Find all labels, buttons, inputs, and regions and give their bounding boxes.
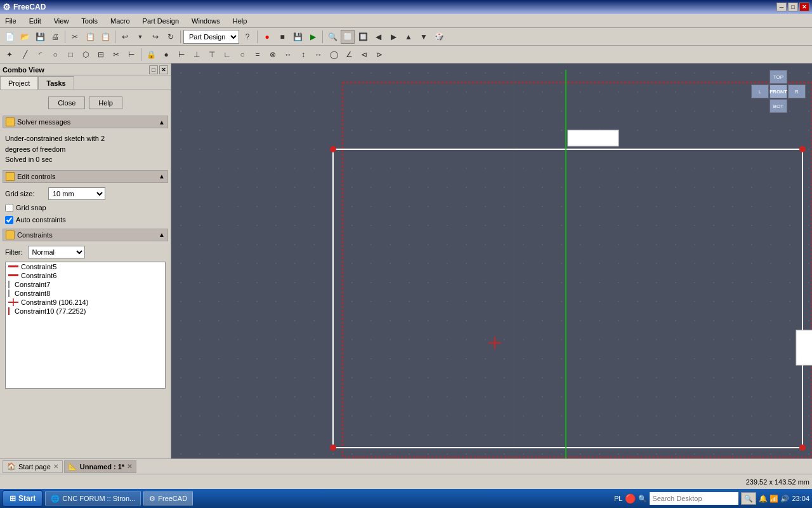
view-3d-button[interactable]: 🎲 [432,30,446,44]
taskbar-freecad[interactable]: ⚙ FreeCAD [143,491,193,505]
record-macro-button[interactable]: ● [260,30,274,44]
combo-float-button[interactable]: □ [149,65,158,74]
close-sketch-button[interactable]: Close [48,97,85,109]
menu-edit[interactable]: Edit [27,16,44,26]
search-input[interactable] [650,492,738,505]
constraint-item-5[interactable]: Constraint5 [6,262,165,271]
fit-all-button[interactable]: 🔍 [325,30,339,44]
fix-external[interactable]: ⊲ [357,48,371,62]
view-back-button[interactable]: 🔲 [356,30,370,44]
slot-tool[interactable]: ⊟ [94,48,108,62]
search-button[interactable]: 🔍 [741,492,756,505]
constrain-lock[interactable]: 🔒 [144,48,158,62]
view-left-button[interactable]: ◀ [371,30,385,44]
constraint-item-10[interactable]: Constraint10 (77.2252) [6,307,165,316]
canvas-area[interactable]: TOP L FRONT R BOT [171,64,812,458]
undo-button[interactable]: ↩ [118,30,132,44]
constrain-h-distance[interactable]: ↕ [296,48,310,62]
print-button[interactable]: 🖨 [48,30,62,44]
start-button[interactable]: ⊞ Start [3,490,43,507]
workbench-selector[interactable]: Part Design Sketcher [183,30,239,44]
constrain-horizontal[interactable]: ⊢ [174,48,188,62]
view-top-button[interactable]: ▲ [402,30,416,44]
view-front-button[interactable]: ⬜ [341,30,355,44]
constrain-parallel[interactable]: ⊤ [205,48,219,62]
constrain-vertical[interactable]: ⊥ [190,48,204,62]
extend-tool[interactable]: ⊢ [124,48,138,62]
constrain-angle[interactable]: ∠ [342,48,356,62]
circle-tool[interactable]: ○ [48,48,62,62]
redo-button[interactable]: ↪ [148,30,162,44]
view-left-cube[interactable]: L [751,84,769,98]
menu-windows[interactable]: Windows [189,16,223,26]
save-button[interactable]: 💾 [33,30,47,44]
arc-tool[interactable]: ◜ [33,48,47,62]
constraints-header[interactable]: Constraints ▲ [3,229,168,241]
close-button[interactable]: ✕ [799,3,809,11]
stop-macro-button[interactable]: ■ [275,30,289,44]
separator-4 [257,30,258,43]
constraint-item-8[interactable]: Constraint8 [6,289,165,298]
auto-constraints-checkbox[interactable] [5,216,13,224]
rect-tool[interactable]: □ [63,48,77,62]
new-button[interactable]: 📄 [3,30,16,44]
constrain-radius[interactable]: ◯ [327,48,341,62]
refresh-button[interactable]: ↻ [164,30,178,44]
menu-tools[interactable]: Tools [79,16,100,26]
constraint-item-9[interactable]: Constraint9 (106.214) [6,298,165,307]
close-start-tab-icon[interactable]: ✕ [53,463,58,470]
menu-help[interactable]: Help [230,16,250,26]
constraint-item-7[interactable]: Constraint7 [6,280,165,289]
constrain-coincident[interactable]: ● [159,48,173,62]
poly-tool[interactable]: ⬡ [79,48,93,62]
combo-close-button[interactable]: ✕ [159,65,168,74]
view-top-cube[interactable]: TOP [769,70,787,84]
help-button[interactable]: ? [240,30,254,44]
menu-macro[interactable]: Macro [108,16,133,26]
open-button[interactable]: 📂 [18,30,32,44]
canvas-tab-unnamed[interactable]: 📐 Unnamed : 1* ✕ [64,460,136,473]
grid-snap-checkbox[interactable] [5,204,13,212]
constrain-perpendicular[interactable]: ∟ [220,48,234,62]
line-tool[interactable]: ╱ [18,48,32,62]
svg-rect-15 [796,330,812,365]
view-bottom-button[interactable]: ▼ [417,30,431,44]
view-right-button[interactable]: ▶ [386,30,400,44]
point-tool[interactable]: ✦ [3,48,16,62]
constrain-distance[interactable]: ↔ [281,48,295,62]
save-macro-button[interactable]: 💾 [291,30,304,44]
view-right-cube[interactable]: R [788,84,806,98]
constrain-symmetric[interactable]: ⊗ [266,48,280,62]
tab-project[interactable]: Project [0,76,38,90]
menu-view[interactable]: View [51,16,72,26]
svg-point-6 [330,146,336,152]
taskbar-cnc-forum[interactable]: 🌐 CNC FORUM :: Stron... [45,491,141,505]
filter-select[interactable]: Normal All Named [28,246,85,258]
constrain-v-distance[interactable]: ↔ [311,48,325,62]
menu-part-design[interactable]: Part Design [140,16,181,26]
cut-button[interactable]: ✂ [68,30,82,44]
maximize-button[interactable]: □ [788,3,798,11]
tab-tasks[interactable]: Tasks [38,76,74,90]
solver-messages-header[interactable]: Solver messages ▲ [3,116,168,128]
canvas-tab-start[interactable]: 🏠 Start page ✕ [3,460,63,473]
copy-button[interactable]: 📋 [83,30,97,44]
view-front-cube[interactable]: FRONT [769,84,787,98]
paste-button[interactable]: 📋 [98,30,112,44]
constrain-tangent[interactable]: ○ [235,48,249,62]
close-unnamed-tab-icon[interactable]: ✕ [127,463,132,470]
minimize-button[interactable]: ─ [776,3,787,11]
run-macro-button[interactable]: ▶ [306,30,320,44]
menu-file[interactable]: File [3,16,19,26]
grid-size-select[interactable]: 10 mm 5 mm 1 mm [48,187,105,200]
help-sketch-button[interactable]: Help [89,97,122,109]
undo-arrow-button[interactable]: ▼ [133,30,147,44]
titlebar: ⚙ FreeCAD ─ □ ✕ [0,0,812,14]
trim-tool[interactable]: ✂ [109,48,123,62]
constraint-item-6[interactable]: Constraint6 [6,271,165,280]
edit-controls-header[interactable]: Edit controls ▲ [3,170,168,183]
constrain-equal[interactable]: = [251,48,265,62]
view-bottom-cube[interactable]: BOT [769,99,787,113]
search-icon: 🔍 [638,495,647,503]
fix-external-2[interactable]: ⊳ [372,48,386,62]
